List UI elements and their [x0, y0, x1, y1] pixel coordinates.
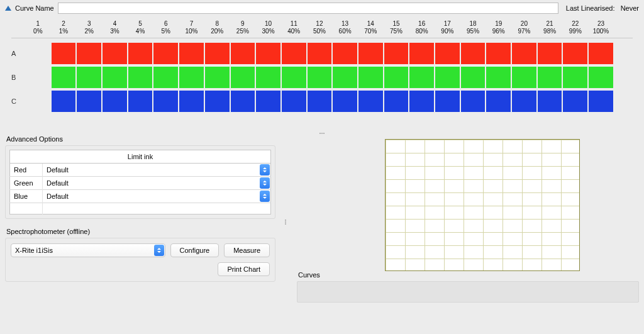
swatch[interactable] — [103, 43, 127, 64]
swatch[interactable] — [589, 91, 613, 112]
swatch[interactable] — [128, 91, 153, 112]
swatch[interactable] — [205, 67, 230, 88]
ink-limit-select[interactable]: Default — [43, 164, 270, 176]
swatch[interactable] — [282, 91, 306, 112]
swatch[interactable] — [358, 43, 383, 64]
print-chart-button[interactable]: Print Chart — [218, 262, 270, 276]
swatch[interactable] — [512, 67, 536, 88]
swatch[interactable] — [256, 43, 280, 64]
column-header: 54% — [128, 20, 153, 35]
swatch[interactable] — [308, 91, 332, 112]
swatch[interactable] — [52, 43, 76, 64]
swatch[interactable] — [128, 43, 153, 64]
swatch[interactable] — [52, 67, 76, 88]
swatch[interactable] — [435, 67, 460, 88]
column-header: 2198% — [537, 20, 563, 35]
swatch[interactable] — [512, 43, 536, 64]
spectro-section-label: Spectrophotometer (offline) — [6, 228, 275, 235]
column-header: 1680% — [409, 20, 435, 35]
swatch[interactable] — [333, 91, 357, 112]
spectro-device-select[interactable]: X-Rite i1iSis — [11, 243, 165, 257]
vertical-splitter[interactable] — [282, 220, 289, 225]
swatch[interactable] — [282, 67, 306, 88]
curves-plot — [385, 139, 580, 271]
swatch[interactable] — [486, 67, 511, 88]
ink-limit-value: Default — [43, 166, 260, 174]
column-header: 21% — [51, 20, 77, 35]
row-label: C — [11, 97, 25, 105]
curves-list[interactable] — [297, 281, 639, 303]
swatch-row: C — [11, 90, 633, 113]
disclosure-triangle[interactable] — [5, 6, 11, 11]
swatch[interactable] — [384, 43, 409, 64]
ink-name: Green — [10, 177, 43, 190]
swatch[interactable] — [461, 43, 486, 64]
swatch-chart-panel: 10%21%32%43%54%65%710%820%925%1030%1140%… — [5, 16, 639, 129]
swatch[interactable] — [358, 67, 383, 88]
swatch[interactable] — [205, 91, 230, 112]
swatch[interactable] — [435, 43, 460, 64]
swatch[interactable] — [308, 43, 332, 64]
ink-limit-select[interactable]: Default — [43, 177, 270, 189]
swatch[interactable] — [333, 67, 357, 88]
last-linearised-label: Last Linearised: — [566, 4, 615, 12]
swatch[interactable] — [231, 91, 255, 112]
swatch[interactable] — [103, 91, 127, 112]
column-header: 65% — [153, 20, 179, 35]
swatch[interactable] — [384, 67, 409, 88]
swatch[interactable] — [308, 67, 332, 88]
swatch[interactable] — [256, 67, 280, 88]
swatch[interactable] — [26, 91, 50, 112]
spectro-panel: X-Rite i1iSis Configure Measure Print Ch… — [5, 238, 275, 282]
swatch[interactable] — [538, 67, 562, 88]
swatch[interactable] — [179, 67, 204, 88]
swatch[interactable] — [128, 67, 153, 88]
swatch[interactable] — [153, 91, 178, 112]
swatch[interactable] — [512, 91, 536, 112]
configure-button[interactable]: Configure — [170, 243, 219, 257]
column-header: 23100% — [588, 20, 614, 35]
swatch[interactable] — [563, 67, 587, 88]
curve-name-input[interactable] — [58, 3, 558, 14]
ink-limit-select[interactable]: Default — [43, 190, 270, 203]
swatch[interactable] — [153, 43, 178, 64]
column-header: 925% — [230, 20, 256, 35]
swatch[interactable] — [589, 67, 613, 88]
swatch[interactable] — [52, 91, 76, 112]
swatch[interactable] — [486, 43, 511, 64]
swatch[interactable] — [77, 67, 101, 88]
measure-button[interactable]: Measure — [224, 243, 270, 257]
swatch[interactable] — [589, 43, 613, 64]
swatch[interactable] — [256, 91, 280, 112]
column-header: 10% — [25, 20, 51, 35]
column-header: 820% — [204, 20, 230, 35]
swatch[interactable] — [103, 67, 127, 88]
swatch[interactable] — [231, 67, 255, 88]
swatch[interactable] — [205, 43, 230, 64]
swatch[interactable] — [179, 91, 204, 112]
swatch[interactable] — [77, 43, 101, 64]
swatch[interactable] — [333, 43, 357, 64]
swatch[interactable] — [26, 67, 50, 88]
swatch[interactable] — [153, 67, 178, 88]
swatch[interactable] — [282, 43, 306, 64]
swatch[interactable] — [563, 43, 587, 64]
swatch[interactable] — [538, 43, 562, 64]
swatch[interactable] — [409, 67, 434, 88]
swatch[interactable] — [26, 43, 50, 64]
swatch[interactable] — [358, 91, 383, 112]
swatch[interactable] — [563, 91, 587, 112]
swatch[interactable] — [538, 91, 562, 112]
swatch[interactable] — [384, 91, 409, 112]
swatch[interactable] — [231, 43, 255, 64]
ink-limit-value: Default — [43, 192, 260, 200]
swatch[interactable] — [461, 91, 486, 112]
swatch[interactable] — [409, 91, 434, 112]
ink-name: Red — [10, 164, 43, 177]
swatch[interactable] — [179, 43, 204, 64]
swatch[interactable] — [77, 91, 101, 112]
swatch[interactable] — [461, 67, 486, 88]
swatch[interactable] — [435, 91, 460, 112]
swatch[interactable] — [409, 43, 434, 64]
swatch[interactable] — [486, 91, 511, 112]
